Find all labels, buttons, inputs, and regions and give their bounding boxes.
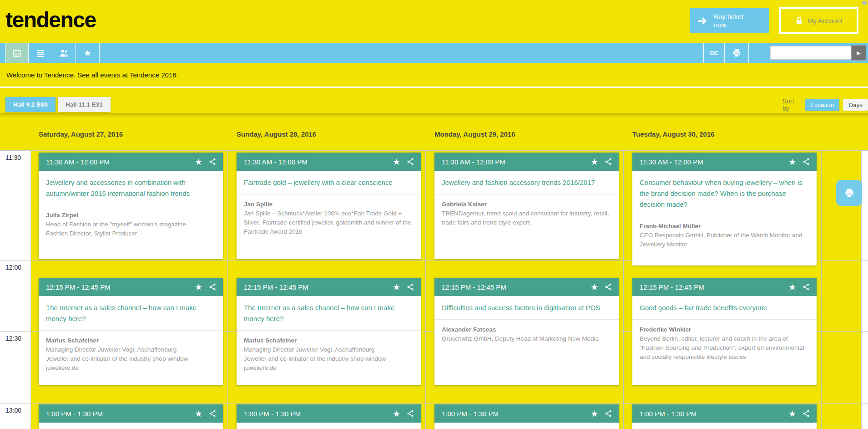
speakers-view-button[interactable] — [52, 43, 76, 63]
favorite-star-icon[interactable]: ★ — [195, 283, 202, 291]
calendar-icon: 24 — [12, 49, 21, 58]
share-icon[interactable] — [802, 409, 810, 418]
event-card[interactable]: 11:30 AM - 12:00 PM ★ Fairtrade gold – j… — [237, 153, 421, 259]
time-label-1300: 13:00 — [5, 407, 21, 414]
event-card[interactable]: 12:15 PM - 12:45 PM ★ Good goods – fair … — [632, 278, 817, 385]
event-title[interactable]: Fairtrade gold – jewellery with a clear … — [244, 177, 414, 188]
favorite-star-icon[interactable]: ★ — [393, 283, 400, 291]
event-title[interactable]: Good goods – fair trade benefits everyon… — [640, 302, 809, 313]
favorite-star-icon[interactable]: ★ — [788, 283, 796, 291]
tab-hall-9-2-b80[interactable]: Hall 9.2 B80 — [5, 97, 56, 112]
speaker-description: Gruschwitz GmbH, Deputy Head of Marketin… — [442, 334, 611, 343]
speaker-name: Jan Spille — [244, 200, 414, 209]
share-icon[interactable] — [802, 283, 810, 291]
time-label-1130: 11:30 — [5, 154, 21, 161]
schedule-grid: 11:30 12:00 12:30 13:00 11:30 AM - 12:00… — [0, 150, 868, 429]
grid-line — [0, 403, 868, 403]
event-time: 1:00 PM - 1:30 PM — [244, 410, 393, 418]
language-switch[interactable]: DE — [703, 43, 725, 63]
calendar-view-button[interactable]: 24 — [5, 43, 29, 63]
speaker-description: Jeweller and co-initiator of the industr… — [244, 354, 414, 373]
sort-location-button[interactable]: Location — [805, 99, 839, 111]
tab-hall-11-1-e31[interactable]: Hall 11.1 E31 — [58, 97, 111, 112]
scrollbar-thumb[interactable] — [862, 1, 867, 5]
event-time: 1:00 PM - 1:30 PM — [640, 410, 788, 418]
favorite-star-icon[interactable]: ★ — [393, 409, 400, 418]
share-icon[interactable] — [406, 409, 414, 418]
event-title[interactable]: The Internet as a sales channel – how ca… — [46, 302, 216, 324]
event-title[interactable]: The Internet as a sales channel – how ca… — [244, 302, 414, 324]
event-card[interactable]: 12:15 PM - 12:45 PM ★ The Internet as a … — [237, 278, 421, 385]
event-card[interactable]: 1:00 PM - 1:30 PM ★ — [237, 404, 421, 429]
search-submit-icon: ▶ — [857, 50, 860, 56]
day-header-tuesday: Tuesday, August 30, 2016 — [632, 130, 715, 138]
event-card[interactable]: 12:15 PM - 12:45 PM ★ Difficulties and s… — [434, 278, 619, 385]
search-input[interactable] — [770, 46, 851, 60]
time-gutter — [0, 150, 31, 429]
share-icon[interactable] — [604, 158, 612, 166]
tendence-logo[interactable]: tendence — [5, 7, 96, 32]
printer-icon — [844, 188, 855, 199]
event-title[interactable]: Difficulties and success factors in digi… — [442, 302, 611, 313]
speaker-description: CEO Responsio GmbH, Publisher of the Wat… — [640, 231, 809, 249]
event-card[interactable]: 11:30 AM - 12:00 PM ★ Jewellery and fash… — [434, 153, 619, 259]
event-title[interactable]: Jewellery and fashion accessory trends 2… — [442, 177, 611, 188]
event-time: 12:15 PM - 12:45 PM — [46, 283, 195, 291]
print-schedule-button[interactable] — [836, 180, 862, 206]
my-account-label: My Account — [807, 17, 843, 25]
favorite-star-icon[interactable]: ★ — [788, 158, 796, 166]
welcome-message: Welcome to Tendence. See all events at T… — [6, 71, 178, 79]
event-time: 1:00 PM - 1:30 PM — [46, 410, 195, 418]
event-title[interactable]: Consumer behaviour when buying jewellery… — [640, 177, 809, 210]
favorite-star-icon[interactable]: ★ — [393, 158, 400, 166]
printer-icon — [732, 48, 742, 58]
favorite-star-icon[interactable]: ★ — [195, 158, 202, 166]
event-time: 12:15 PM - 12:45 PM — [442, 283, 590, 291]
event-card-header: 12:15 PM - 12:45 PM ★ — [434, 278, 619, 296]
favorite-star-icon[interactable]: ★ — [195, 409, 202, 418]
favorite-star-icon[interactable]: ★ — [590, 409, 598, 418]
speaker-description: Head of Fashion at the "myself" women's … — [46, 220, 216, 229]
column-divider — [623, 150, 624, 429]
share-icon[interactable] — [604, 283, 612, 291]
speaker-description: Jeweller and co-initiator of the industr… — [46, 354, 216, 373]
event-card[interactable]: 11:30 AM - 12:00 PM ★ Jewellery and acce… — [39, 153, 223, 259]
favorite-star-icon[interactable]: ★ — [590, 283, 598, 291]
buy-ticket-button[interactable]: Buy ticket now — [690, 8, 769, 33]
sort-days-button[interactable]: Days — [843, 99, 868, 111]
event-card-header: 11:30 AM - 12:00 PM ★ — [237, 153, 421, 171]
event-card[interactable]: 1:00 PM - 1:30 PM ★ — [632, 404, 817, 429]
event-card-header: 1:00 PM - 1:30 PM ★ — [632, 404, 817, 423]
share-icon[interactable] — [208, 409, 217, 418]
event-card[interactable]: 12:15 PM - 12:45 PM ★ The Internet as a … — [39, 278, 223, 385]
buy-ticket-label-line1: Buy ticket — [714, 13, 743, 21]
search-submit-button[interactable]: ▶ — [851, 45, 866, 61]
event-card[interactable]: 1:00 PM - 1:30 PM ★ — [434, 404, 619, 429]
list-view-button[interactable] — [29, 43, 52, 63]
print-button[interactable] — [725, 43, 749, 63]
event-card-header: 1:00 PM - 1:30 PM ★ — [237, 404, 421, 423]
favorite-star-icon[interactable]: ★ — [788, 409, 796, 418]
share-icon[interactable] — [208, 283, 217, 291]
speaker-name: Frank-Michael Müller — [640, 222, 809, 231]
favorite-star-icon[interactable]: ★ — [590, 158, 598, 166]
column-divider — [227, 150, 228, 429]
speaker-name: Marius Schafelner — [244, 336, 414, 345]
speaker-block: Frank-Michael Müller CEO Responsio GmbH,… — [632, 216, 817, 249]
share-icon[interactable] — [604, 409, 612, 418]
speaker-description: Jan Spille – Schmuck*Atelier 100% eco*Fa… — [244, 209, 414, 236]
my-account-button[interactable]: My Account — [779, 7, 858, 34]
event-card-header: 11:30 AM - 12:00 PM ★ — [632, 153, 817, 171]
right-gutter — [861, 150, 868, 429]
event-title[interactable]: Jewellery and accessories in combination… — [46, 177, 216, 199]
event-card[interactable]: 1:00 PM - 1:30 PM ★ — [39, 404, 223, 429]
share-icon[interactable] — [208, 158, 217, 166]
share-icon[interactable] — [802, 158, 810, 166]
list-icon — [36, 49, 45, 58]
event-card[interactable]: 11:30 AM - 12:00 PM ★ Consumer behaviour… — [632, 153, 817, 266]
favorites-view-button[interactable]: ★ — [76, 43, 100, 63]
share-icon[interactable] — [406, 283, 414, 291]
share-icon[interactable] — [406, 158, 414, 166]
speaker-block: Marius Schafelner Managing Director Juwe… — [39, 331, 223, 373]
tab-bar-shadow — [0, 113, 868, 117]
